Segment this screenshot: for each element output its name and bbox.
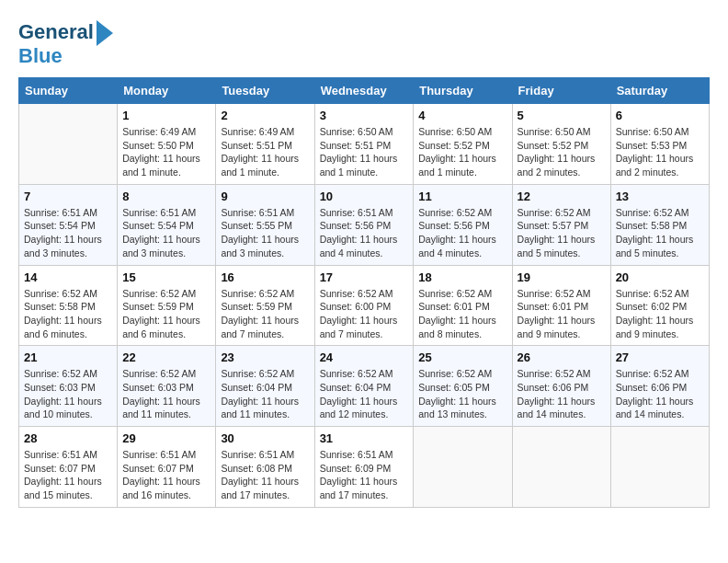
column-header-friday: Friday <box>512 78 610 104</box>
calendar-cell: 19Sunrise: 6:52 AM Sunset: 6:01 PM Dayli… <box>512 265 610 346</box>
day-info: Sunrise: 6:52 AM Sunset: 6:05 PM Dayligh… <box>418 367 506 421</box>
day-info: Sunrise: 6:51 AM Sunset: 5:55 PM Dayligh… <box>221 206 309 260</box>
calendar-cell <box>512 427 610 508</box>
day-number: 28 <box>24 431 112 445</box>
calendar-cell <box>414 427 512 508</box>
day-number: 23 <box>221 350 309 364</box>
calendar-cell: 8Sunrise: 6:51 AM Sunset: 5:54 PM Daylig… <box>118 184 216 265</box>
day-info: Sunrise: 6:52 AM Sunset: 6:06 PM Dayligh… <box>518 367 606 421</box>
week-row-3: 14Sunrise: 6:52 AM Sunset: 5:58 PM Dayli… <box>19 265 710 346</box>
calendar-cell: 4Sunrise: 6:50 AM Sunset: 5:52 PM Daylig… <box>414 104 512 185</box>
day-info: Sunrise: 6:52 AM Sunset: 6:04 PM Dayligh… <box>221 367 309 421</box>
calendar-cell: 28Sunrise: 6:51 AM Sunset: 6:07 PM Dayli… <box>19 427 118 508</box>
logo-text: General <box>18 21 94 43</box>
day-number: 4 <box>418 109 506 122</box>
calendar-cell: 20Sunrise: 6:52 AM Sunset: 6:02 PM Dayli… <box>610 265 709 346</box>
column-header-saturday: Saturday <box>610 78 709 104</box>
day-number: 1 <box>122 109 210 122</box>
day-info: Sunrise: 6:52 AM Sunset: 6:01 PM Dayligh… <box>518 287 606 341</box>
calendar-cell: 16Sunrise: 6:52 AM Sunset: 5:59 PM Dayli… <box>216 265 314 346</box>
day-number: 8 <box>122 190 210 203</box>
day-info: Sunrise: 6:51 AM Sunset: 6:08 PM Dayligh… <box>221 448 309 502</box>
day-info: Sunrise: 6:51 AM Sunset: 6:09 PM Dayligh… <box>320 448 409 502</box>
day-number: 20 <box>616 270 704 284</box>
day-info: Sunrise: 6:51 AM Sunset: 5:54 PM Dayligh… <box>122 206 210 260</box>
calendar-cell: 17Sunrise: 6:52 AM Sunset: 6:00 PM Dayli… <box>314 265 414 346</box>
day-info: Sunrise: 6:52 AM Sunset: 5:57 PM Dayligh… <box>518 206 606 260</box>
day-info: Sunrise: 6:51 AM Sunset: 5:56 PM Dayligh… <box>320 206 409 260</box>
column-header-tuesday: Tuesday <box>216 78 314 104</box>
day-info: Sunrise: 6:52 AM Sunset: 6:00 PM Dayligh… <box>320 287 409 341</box>
day-number: 15 <box>122 270 210 284</box>
day-info: Sunrise: 6:50 AM Sunset: 5:52 PM Dayligh… <box>518 125 606 179</box>
calendar-cell: 18Sunrise: 6:52 AM Sunset: 6:01 PM Dayli… <box>414 265 512 346</box>
calendar-cell: 6Sunrise: 6:50 AM Sunset: 5:53 PM Daylig… <box>610 104 709 185</box>
calendar-cell: 27Sunrise: 6:52 AM Sunset: 6:06 PM Dayli… <box>610 346 709 427</box>
day-info: Sunrise: 6:52 AM Sunset: 5:59 PM Dayligh… <box>122 287 210 341</box>
calendar-cell: 24Sunrise: 6:52 AM Sunset: 6:04 PM Dayli… <box>314 346 414 427</box>
day-info: Sunrise: 6:51 AM Sunset: 5:54 PM Dayligh… <box>24 206 112 260</box>
day-info: Sunrise: 6:52 AM Sunset: 5:59 PM Dayligh… <box>221 287 309 341</box>
day-info: Sunrise: 6:52 AM Sunset: 5:58 PM Dayligh… <box>24 287 112 341</box>
day-number: 17 <box>320 270 409 284</box>
week-row-5: 28Sunrise: 6:51 AM Sunset: 6:07 PM Dayli… <box>19 427 710 508</box>
day-number: 27 <box>616 350 704 364</box>
day-number: 29 <box>122 431 210 445</box>
calendar-cell: 30Sunrise: 6:51 AM Sunset: 6:08 PM Dayli… <box>216 427 314 508</box>
day-number: 10 <box>320 190 409 203</box>
calendar-cell: 14Sunrise: 6:52 AM Sunset: 5:58 PM Dayli… <box>19 265 118 346</box>
calendar-cell: 22Sunrise: 6:52 AM Sunset: 6:03 PM Dayli… <box>118 346 216 427</box>
day-number: 16 <box>221 270 309 284</box>
column-header-monday: Monday <box>118 78 216 104</box>
calendar-cell: 26Sunrise: 6:52 AM Sunset: 6:06 PM Dayli… <box>512 346 610 427</box>
day-number: 11 <box>418 190 506 203</box>
day-number: 24 <box>320 350 409 364</box>
logo-arrow-icon <box>97 20 113 46</box>
calendar-cell: 3Sunrise: 6:50 AM Sunset: 5:51 PM Daylig… <box>314 104 414 185</box>
calendar-cell: 23Sunrise: 6:52 AM Sunset: 6:04 PM Dayli… <box>216 346 314 427</box>
column-header-thursday: Thursday <box>414 78 512 104</box>
calendar-cell: 25Sunrise: 6:52 AM Sunset: 6:05 PM Dayli… <box>414 346 512 427</box>
calendar-cell: 5Sunrise: 6:50 AM Sunset: 5:52 PM Daylig… <box>512 104 610 185</box>
day-info: Sunrise: 6:52 AM Sunset: 6:03 PM Dayligh… <box>24 367 112 421</box>
day-number: 5 <box>518 109 606 122</box>
calendar-cell: 21Sunrise: 6:52 AM Sunset: 6:03 PM Dayli… <box>19 346 118 427</box>
day-info: Sunrise: 6:52 AM Sunset: 6:01 PM Dayligh… <box>418 287 506 341</box>
day-info: Sunrise: 6:51 AM Sunset: 6:07 PM Dayligh… <box>122 448 210 502</box>
day-number: 6 <box>616 109 704 122</box>
calendar-table: SundayMondayTuesdayWednesdayThursdayFrid… <box>18 77 710 508</box>
week-row-1: 1Sunrise: 6:49 AM Sunset: 5:50 PM Daylig… <box>19 104 710 185</box>
calendar-cell: 29Sunrise: 6:51 AM Sunset: 6:07 PM Dayli… <box>118 427 216 508</box>
day-number: 21 <box>24 350 112 364</box>
day-number: 26 <box>518 350 606 364</box>
calendar-body: 1Sunrise: 6:49 AM Sunset: 5:50 PM Daylig… <box>19 104 710 508</box>
day-info: Sunrise: 6:50 AM Sunset: 5:53 PM Dayligh… <box>616 125 704 179</box>
day-number: 9 <box>221 190 309 203</box>
day-number: 3 <box>320 109 409 122</box>
day-number: 7 <box>24 190 112 203</box>
day-info: Sunrise: 6:52 AM Sunset: 6:04 PM Dayligh… <box>320 367 409 421</box>
day-number: 12 <box>518 190 606 203</box>
column-headers-row: SundayMondayTuesdayWednesdayThursdayFrid… <box>19 78 710 104</box>
calendar-cell <box>610 427 709 508</box>
day-number: 14 <box>24 270 112 284</box>
calendar-cell: 1Sunrise: 6:49 AM Sunset: 5:50 PM Daylig… <box>118 104 216 185</box>
day-number: 18 <box>418 270 506 284</box>
column-header-sunday: Sunday <box>19 78 118 104</box>
day-info: Sunrise: 6:52 AM Sunset: 5:58 PM Dayligh… <box>616 206 704 260</box>
day-info: Sunrise: 6:50 AM Sunset: 5:52 PM Dayligh… <box>418 125 506 179</box>
day-info: Sunrise: 6:52 AM Sunset: 6:03 PM Dayligh… <box>122 367 210 421</box>
day-number: 31 <box>320 431 409 445</box>
calendar-cell: 2Sunrise: 6:49 AM Sunset: 5:51 PM Daylig… <box>216 104 314 185</box>
calendar-cell: 13Sunrise: 6:52 AM Sunset: 5:58 PM Dayli… <box>610 184 709 265</box>
calendar-cell: 7Sunrise: 6:51 AM Sunset: 5:54 PM Daylig… <box>19 184 118 265</box>
week-row-2: 7Sunrise: 6:51 AM Sunset: 5:54 PM Daylig… <box>19 184 710 265</box>
day-number: 25 <box>418 350 506 364</box>
day-number: 30 <box>221 431 309 445</box>
day-info: Sunrise: 6:50 AM Sunset: 5:51 PM Dayligh… <box>320 125 409 179</box>
page-header: General Blue <box>18 18 710 68</box>
day-number: 2 <box>221 109 309 122</box>
day-number: 22 <box>122 350 210 364</box>
calendar-cell: 15Sunrise: 6:52 AM Sunset: 5:59 PM Dayli… <box>118 265 216 346</box>
calendar-cell: 31Sunrise: 6:51 AM Sunset: 6:09 PM Dayli… <box>314 427 414 508</box>
